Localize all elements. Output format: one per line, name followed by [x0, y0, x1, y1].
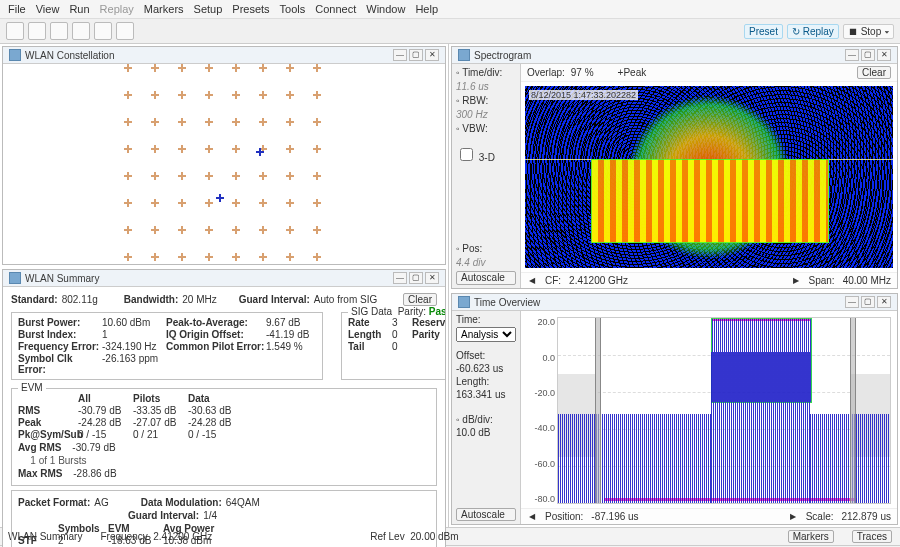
toolbar: Preset ↻ Replay ⏹ Stop ▾	[0, 19, 900, 44]
spec-pos-label[interactable]: Pos:	[462, 243, 482, 254]
vbw-label[interactable]: VBW:	[462, 123, 487, 134]
constellation-view[interactable]	[3, 64, 445, 264]
tool-open-icon[interactable]	[6, 22, 24, 40]
standard-label: Standard:	[11, 294, 58, 305]
panel-title-spectrogram: Spectrogram	[474, 50, 531, 61]
sig-len: 0	[392, 329, 412, 340]
timeoverview-plot[interactable]	[557, 317, 891, 504]
span: 40.00 MHz	[843, 275, 891, 286]
max-icon[interactable]: ▢	[861, 296, 875, 308]
sig-rate-label: Rate	[348, 317, 392, 328]
bandwidth-label: Bandwidth:	[124, 294, 178, 305]
close-icon[interactable]: ✕	[877, 296, 891, 308]
preset-button[interactable]: Preset	[744, 24, 783, 39]
evm-rms-pilots: -33.35 dB	[133, 405, 188, 416]
timediv-label[interactable]: Time/div:	[462, 67, 502, 78]
to-pos-label: Position:	[545, 511, 583, 522]
stop-button[interactable]: ⏹ Stop ▾	[843, 24, 894, 39]
tool-save-icon[interactable]	[28, 22, 46, 40]
menu-markers[interactable]: Markers	[144, 3, 184, 15]
panel-title-summary: WLAN Summary	[25, 273, 99, 284]
rbw: 300 Hz	[456, 109, 516, 121]
spectrogram-plot[interactable]: 8/12/2015 1:47:33.202282	[525, 86, 893, 268]
burst-idx-label: Burst Index:	[18, 329, 102, 340]
evm-bursts: 1 of 1 Bursts	[30, 455, 86, 466]
min-icon[interactable]: —	[845, 296, 859, 308]
timediv: 11.6 us	[456, 81, 516, 93]
summary-body: Standard: 802.11g Bandwidth: 20 MHz Guar…	[3, 287, 445, 547]
evm-pks-all: 0 / -15	[78, 429, 133, 440]
traces-button[interactable]: Traces	[852, 530, 892, 543]
sig-tail: 0	[392, 341, 412, 352]
ferr: -324.190 Hz	[102, 341, 166, 352]
sce-label: Symbol Clk Error:	[18, 353, 102, 375]
min-icon[interactable]: —	[393, 272, 407, 284]
markers-button[interactable]: Markers	[788, 530, 834, 543]
evm-pk-pilots: -27.07 dB	[133, 417, 188, 428]
clear-button[interactable]: Clear	[403, 293, 437, 306]
min-icon[interactable]: —	[393, 49, 407, 61]
menu-view[interactable]: View	[36, 3, 60, 15]
menu-setup[interactable]: Setup	[194, 3, 223, 15]
evm-label: EVM	[18, 382, 46, 393]
tool-addview-icon[interactable]	[116, 22, 134, 40]
panel-constellation: WLAN Constellation — ▢ ✕	[2, 46, 446, 265]
menu-file[interactable]: File	[8, 3, 26, 15]
rbw-label[interactable]: RBW:	[462, 95, 488, 106]
max-icon[interactable]: ▢	[409, 49, 423, 61]
autoscale-button[interactable]: Autoscale	[456, 271, 516, 285]
max-icon[interactable]: ▢	[861, 49, 875, 61]
overlap: 97 %	[571, 67, 594, 78]
workspace: WLAN Constellation — ▢ ✕ WLAN Summary — …	[0, 44, 900, 527]
overlap-label: Overlap:	[527, 67, 565, 78]
replay-button[interactable]: ↻ Replay	[787, 24, 839, 39]
autoscale-button[interactable]: Autoscale	[456, 508, 516, 521]
cb-3d[interactable]	[460, 148, 473, 161]
analysis-select[interactable]: Analysis	[456, 327, 516, 342]
sig-parity-label: Parity:	[398, 306, 426, 317]
guard-value: Auto from SIG	[314, 294, 377, 305]
chevron-right-icon[interactable]: ▶	[791, 276, 801, 286]
pta: 9.67 dB	[266, 317, 316, 328]
menu-presets[interactable]: Presets	[232, 3, 269, 15]
close-icon[interactable]: ✕	[425, 49, 439, 61]
gi-label: Guard Interval:	[128, 510, 199, 521]
menu-run[interactable]: Run	[69, 3, 89, 15]
sig-rate: 3	[392, 317, 412, 328]
standard-value: 802.11g	[62, 294, 98, 305]
evm-rms-all: -30.79 dB	[78, 405, 133, 416]
spec-timestamp: 8/12/2015 1:47:33.202282	[529, 90, 638, 100]
chevron-right-icon[interactable]: ▶	[788, 512, 798, 522]
gi: 1/4	[203, 510, 217, 521]
menu-replay[interactable]: Replay	[100, 3, 134, 15]
burst-power: 10.60 dBm	[102, 317, 166, 328]
tool-play-icon[interactable]	[50, 22, 68, 40]
min-icon[interactable]: —	[845, 49, 859, 61]
max-icon[interactable]: ▢	[409, 272, 423, 284]
sce: -26.163 ppm	[102, 353, 166, 375]
tool-record-icon[interactable]	[72, 22, 90, 40]
to-dbdiv-label[interactable]: dB/div:	[462, 414, 493, 425]
to-pos: -87.196 us	[591, 511, 638, 522]
to-scale: 212.879 us	[842, 511, 892, 522]
chevron-left-icon[interactable]: ◀	[527, 276, 537, 286]
dm-label: Data Modulation:	[141, 497, 222, 508]
menu-tools[interactable]: Tools	[280, 3, 306, 15]
pf-label: Packet Format:	[18, 497, 90, 508]
evm-avg-l: Avg RMS	[18, 442, 62, 453]
cpe: 1.549 %	[266, 341, 316, 352]
to-yaxis: 20.00.0-20.0-40.0-60.0-80.0	[525, 317, 555, 504]
tool-settings-icon[interactable]	[94, 22, 112, 40]
panel-wlan-summary: WLAN Summary — ▢ ✕ Standard: 802.11g Ban…	[2, 269, 446, 547]
menu-connect[interactable]: Connect	[315, 3, 356, 15]
menu-help[interactable]: Help	[415, 3, 438, 15]
bandwidth-value: 20 MHz	[182, 294, 216, 305]
timeoverview-side: Time: Analysis Offset: -60.623 us Length…	[452, 311, 521, 524]
menu-window[interactable]: Window	[366, 3, 405, 15]
clear-button[interactable]: Clear	[857, 66, 891, 79]
close-icon[interactable]: ✕	[877, 49, 891, 61]
cf: 2.41200 GHz	[569, 275, 628, 286]
chevron-left-icon[interactable]: ◀	[527, 512, 537, 522]
sig-tail-label: Tail	[348, 341, 392, 352]
close-icon[interactable]: ✕	[425, 272, 439, 284]
